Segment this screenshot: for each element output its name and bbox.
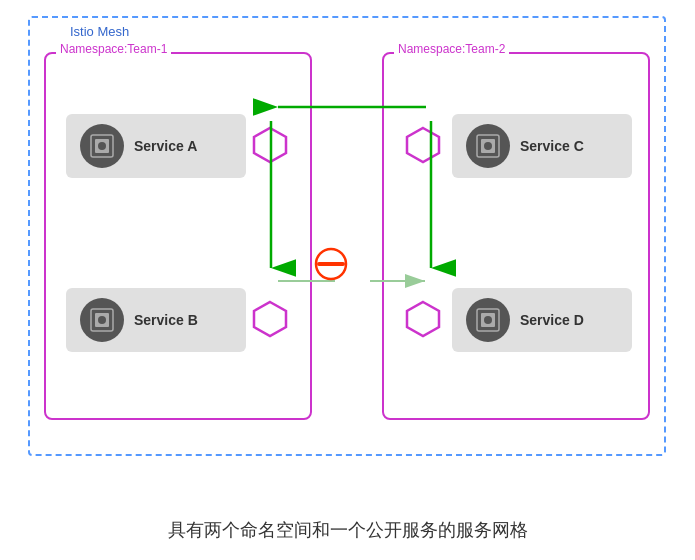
main-container: Istio Mesh Namespace:Team-1 Service A	[0, 0, 695, 560]
service-b-icon	[80, 298, 124, 342]
svg-point-10	[484, 142, 492, 150]
svg-marker-15	[407, 302, 439, 336]
service-d-box: Service D	[452, 288, 632, 352]
svg-marker-6	[254, 128, 286, 162]
service-a-box: Service A	[66, 114, 246, 178]
proxy-b-hex	[251, 300, 289, 342]
service-c-icon	[466, 124, 510, 168]
service-a-label: Service A	[134, 138, 197, 154]
service-c-box: Service C	[452, 114, 632, 178]
service-b-box: Service B	[66, 288, 246, 352]
svg-marker-14	[407, 128, 439, 162]
svg-point-5	[98, 316, 106, 324]
service-b-label: Service B	[134, 312, 198, 328]
proxy-c-hex	[404, 126, 442, 168]
caption-text: 具有两个命名空间和一个公开服务的服务网格	[0, 518, 695, 542]
no-entry-symbol	[314, 247, 348, 285]
istio-mesh-label: Istio Mesh	[66, 24, 133, 39]
namespace-team2-box: Namespace:Team-2 Service C Serv	[382, 52, 650, 420]
svg-marker-7	[254, 302, 286, 336]
svg-point-13	[484, 316, 492, 324]
service-d-icon	[466, 298, 510, 342]
namespace-team1-box: Namespace:Team-1 Service A Serv	[44, 52, 312, 420]
proxy-a-hex	[251, 126, 289, 168]
svg-point-2	[98, 142, 106, 150]
service-a-icon	[80, 124, 124, 168]
namespace-team1-label: Namespace:Team-1	[56, 42, 171, 56]
service-d-label: Service D	[520, 312, 584, 328]
service-c-label: Service C	[520, 138, 584, 154]
namespace-team2-label: Namespace:Team-2	[394, 42, 509, 56]
proxy-d-hex	[404, 300, 442, 342]
